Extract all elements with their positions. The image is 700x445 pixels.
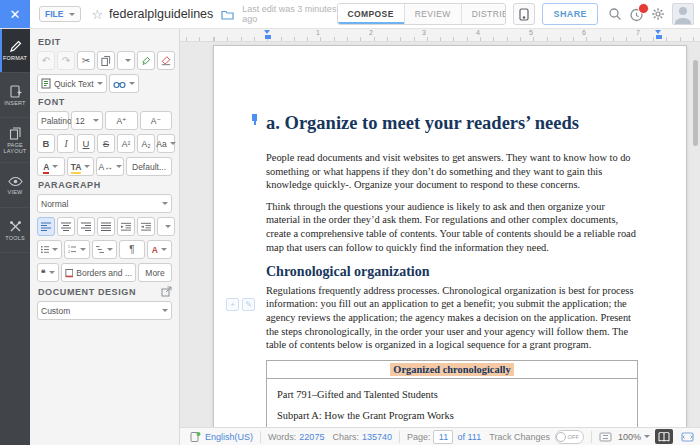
character-spacing-button[interactable]: A↔	[96, 157, 124, 176]
copy-button[interactable]	[97, 51, 115, 70]
rail-item-tools[interactable]: TOOLS	[0, 208, 30, 253]
rail-item-view[interactable]: VIEW	[0, 163, 30, 208]
paste-button[interactable]	[117, 51, 135, 70]
highlight-color-button[interactable]: TA	[67, 157, 95, 176]
caret-down-icon	[69, 13, 75, 16]
decrease-font-button[interactable]: A⁻	[140, 111, 172, 130]
search-icon[interactable]	[608, 7, 622, 21]
align-center-button[interactable]	[57, 217, 75, 236]
lock-document-button[interactable]	[513, 3, 535, 25]
tab-distribute[interactable]: DISTRIBUTE	[462, 4, 507, 24]
add-comment-icon[interactable]: +	[226, 298, 239, 311]
right-indent-marker[interactable]	[655, 30, 662, 39]
document-design-select[interactable]: Custom	[37, 301, 172, 320]
cut-button[interactable]: ✂	[77, 51, 95, 70]
vertical-scrollbar[interactable]	[693, 60, 698, 146]
format-painter-button[interactable]	[137, 51, 155, 70]
block-quote-button[interactable]: ❝	[37, 263, 59, 282]
indent-increase-button[interactable]	[117, 217, 135, 236]
document-heading-2: Chronological organization	[266, 265, 638, 279]
word-count[interactable]: 22075	[299, 432, 324, 442]
paragraph-marks-button[interactable]: ¶	[119, 240, 144, 259]
zoom-control[interactable]: 100%	[618, 432, 650, 442]
favorite-star-icon[interactable]: ☆	[91, 7, 103, 22]
words-label: Words:	[268, 432, 296, 442]
line-spacing-button[interactable]	[157, 217, 175, 236]
bullet-list-button[interactable]	[37, 240, 62, 259]
document-design-section-title: DOCUMENT DESIGN	[38, 286, 172, 297]
contents-table: Organized chronologically Part 791–Gifte…	[266, 360, 638, 427]
document-title[interactable]: federalplguidelines	[109, 7, 213, 21]
spellcheck-icon[interactable]	[190, 431, 201, 443]
folder-icon[interactable]	[221, 9, 234, 20]
caret-down-icon	[107, 248, 113, 251]
font-family-select[interactable]: Palatino Linoty...	[37, 111, 69, 130]
font-default-button[interactable]: Default...	[126, 157, 172, 176]
page-label: Page:	[407, 432, 431, 442]
change-case-button[interactable]: Aa	[157, 134, 175, 153]
strikethrough-button[interactable]: S	[97, 134, 115, 153]
numbered-list-button[interactable]: 12	[64, 240, 89, 259]
rail-item-page-layout[interactable]: PAGE LAYOUT	[0, 118, 30, 163]
cursor-marker-icon	[252, 114, 257, 121]
table-header-row: Organized chronologically	[267, 361, 637, 380]
rail-item-insert[interactable]: INSERT	[0, 73, 30, 118]
justify-button[interactable]	[97, 217, 115, 236]
underline-button[interactable]: U	[77, 134, 95, 153]
document-page[interactable]: a. Organize to meet your readers’ needs …	[213, 45, 687, 427]
web-view-button[interactable]	[678, 429, 696, 444]
indent-decrease-icon	[141, 222, 151, 231]
multilevel-list-button[interactable]	[92, 240, 117, 259]
font-color-button[interactable]: A	[37, 157, 65, 176]
borders-icon	[65, 268, 74, 278]
undo-button[interactable]: ↶	[37, 51, 55, 70]
font-size-select[interactable]: 12	[71, 111, 103, 130]
bold-button[interactable]: B	[37, 134, 55, 153]
caret-down-icon	[93, 119, 99, 122]
indent-decrease-button[interactable]	[137, 217, 155, 236]
file-menu-label: FILE	[45, 9, 63, 19]
tab-review[interactable]: REVIEW	[405, 4, 462, 24]
clear-format-button[interactable]	[157, 51, 175, 70]
rail-item-format[interactable]: FORMAT	[0, 28, 30, 73]
redo-button[interactable]: ↷	[57, 51, 75, 70]
caret-down-icon	[125, 59, 131, 62]
italic-button[interactable]: I	[57, 134, 75, 153]
share-button[interactable]: SHARE	[542, 3, 598, 25]
paragraph-more-button[interactable]: More	[138, 263, 172, 282]
char-count[interactable]: 135740	[362, 432, 392, 442]
drop-cap-icon: A	[152, 245, 158, 255]
quick-edit-icon[interactable]: ✎	[242, 298, 255, 311]
svg-text:2: 2	[68, 250, 70, 254]
drop-cap-button[interactable]: A	[147, 240, 172, 259]
last-edit-status: Last edit was 3 minutes ago	[242, 4, 336, 24]
quick-text-button[interactable]: Quick Text	[37, 74, 107, 93]
close-icon[interactable]: ✕	[0, 0, 30, 28]
format-painter-icon	[141, 55, 151, 67]
subscript-button[interactable]: A₂	[137, 134, 155, 153]
page-view-button[interactable]	[655, 429, 673, 444]
open-designs-icon[interactable]	[161, 286, 172, 297]
increase-font-button[interactable]: A⁺	[105, 111, 137, 130]
user-avatar[interactable]	[672, 3, 694, 25]
file-menu-button[interactable]: FILE	[39, 6, 81, 22]
fit-page-icon[interactable]	[599, 432, 612, 442]
borders-shading-button[interactable]: Borders and ...	[61, 263, 136, 282]
notifications-icon[interactable]	[629, 7, 644, 22]
table-row: Subpart A: How the Grant Program Works	[277, 409, 627, 423]
superscript-button[interactable]: A²	[117, 134, 135, 153]
page-number-input[interactable]: 11	[433, 430, 453, 444]
language-selector[interactable]: English(US)	[205, 432, 253, 442]
tab-compose[interactable]: COMPOSE	[338, 4, 405, 24]
align-right-button[interactable]	[77, 217, 95, 236]
left-indent-marker[interactable]	[264, 30, 271, 39]
paragraph-style-select[interactable]: Normal	[37, 194, 172, 213]
settings-gear-icon[interactable]	[651, 7, 665, 21]
caret-down-icon	[161, 248, 167, 251]
track-changes-toggle[interactable]: OFF	[555, 430, 584, 444]
document-canvas[interactable]: 1 2 3 4 5 6 7 a. Organize to meet your r…	[180, 28, 700, 427]
find-replace-button[interactable]	[109, 74, 139, 93]
pen-icon	[9, 40, 22, 53]
horizontal-ruler[interactable]: 1 2 3 4 5 6 7	[180, 28, 700, 42]
align-left-button[interactable]	[37, 217, 55, 236]
